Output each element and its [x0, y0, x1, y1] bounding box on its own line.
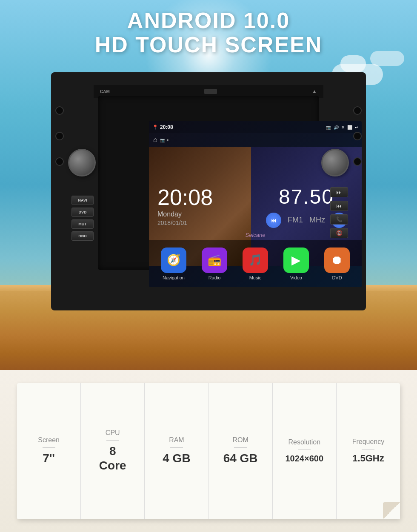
spec-screen-divider — [43, 447, 55, 448]
eject-icon: ▲ — [312, 88, 317, 94]
navigation-label: Navigation — [163, 275, 185, 280]
apps-bar: 🧭 Navigation 📻 Radio 🎵 Music — [149, 240, 362, 287]
spec-cpu-divider — [106, 440, 119, 441]
spec-frequency: Frequency 1.5GHz — [337, 383, 400, 519]
radio-prev-button[interactable]: ⏮ — [266, 213, 281, 228]
title-android: ANDROID 10.0 — [0, 9, 417, 33]
android-ui: 📍 20:08 📷 🔊 ✕ ⬜ ↩ — [149, 121, 362, 287]
knob-left[interactable] — [68, 149, 96, 176]
radio-icon: 📻 — [202, 248, 227, 273]
app-navigation[interactable]: 🧭 Navigation — [161, 248, 186, 280]
navigation-icon: 🧭 — [161, 248, 186, 273]
home-icon[interactable]: ⌂ — [153, 136, 157, 144]
radio-band-label: FM1 — [288, 216, 303, 225]
spec-rom-label: ROM — [232, 436, 248, 444]
status-bar: 📍 20:08 📷 🔊 ✕ ⬜ ↩ — [149, 121, 362, 133]
mount-hole-3 — [55, 157, 64, 166]
dvd-icon: ⏺ — [324, 248, 350, 273]
cam-label: CAM — [100, 89, 110, 94]
video-icon: ▶ — [283, 248, 309, 273]
clock-time: 20:08 — [157, 186, 243, 208]
right-buttons: ⏭ ⏮ 📞 📵 — [330, 187, 348, 238]
call-end-button[interactable]: 📵 — [330, 228, 348, 238]
spec-ram: RAM 4 GB — [145, 383, 208, 519]
mount-hole-4 — [353, 106, 362, 115]
spec-rom-value: 64 GB — [223, 451, 258, 466]
skip-forward-button[interactable]: ⏭ — [330, 187, 348, 197]
video-label: Video — [290, 275, 302, 280]
radio-frequency: 87.50 — [279, 185, 334, 208]
bnd-button[interactable]: BND — [71, 231, 94, 241]
close-status-icon: ✕ — [341, 125, 345, 130]
bottom-section: Screen 7'' CPU 8Core RAM 4 GB ROM 64 GB … — [0, 370, 417, 532]
home-bar: ⌂ 📷 ✦ — [149, 133, 362, 147]
spec-cpu: CPU 8Core — [81, 383, 145, 519]
spec-ram-divider — [170, 447, 183, 448]
right-mount-holes — [353, 106, 362, 166]
left-mount-holes — [55, 106, 64, 166]
title-hd: HD TOUCH SCREEN — [0, 33, 417, 57]
spec-resolution-value: 1024×600 — [286, 453, 324, 464]
spec-frequency-label: Frequency — [352, 438, 385, 446]
spec-screen: Screen 7'' — [17, 383, 81, 519]
spec-cpu-value: 8Core — [99, 444, 126, 472]
spec-frequency-divider — [362, 449, 374, 449]
spec-frequency-value: 1.5GHz — [352, 453, 384, 464]
clock-day: Monday — [157, 211, 243, 218]
camera-status-icon: 📷 — [326, 125, 331, 130]
spec-ram-value: 4 GB — [163, 451, 190, 466]
mount-hole-1 — [55, 106, 64, 115]
spec-ram-label: RAM — [169, 436, 184, 444]
spec-rom: ROM 64 GB — [209, 383, 273, 519]
app-radio[interactable]: 📻 Radio — [202, 248, 227, 280]
window-icon: ⬜ — [347, 125, 352, 130]
seicane-watermark: Seicane — [246, 232, 266, 238]
spec-cpu-label: CPU — [106, 429, 120, 437]
spec-screen-label: Screen — [38, 436, 60, 444]
dvd-button[interactable]: DVD — [71, 208, 94, 217]
location-icon: 📍 — [152, 125, 158, 130]
mut-button[interactable]: MUT — [71, 219, 94, 229]
music-icon: 🎵 — [243, 248, 268, 273]
mount-hole-6 — [353, 157, 362, 166]
volume-icon: 🔊 — [334, 125, 339, 130]
spec-resolution-label: Resolution — [288, 438, 320, 446]
status-dots: 📷 ✦ — [160, 138, 170, 142]
music-label: Music — [249, 275, 262, 280]
app-video[interactable]: ▶ Video — [283, 248, 309, 280]
stereo-unit: CAM ▲ 📍 20:08 — [51, 72, 366, 310]
top-section: ANDROID 10.0 HD TOUCH SCREEN CAM ▲ — [0, 0, 417, 370]
status-left: 📍 20:08 — [152, 124, 173, 130]
app-music[interactable]: 🎵 Music — [243, 248, 268, 280]
top-bar-btn-1 — [204, 89, 217, 94]
knob-right[interactable] — [321, 149, 349, 176]
mount-hole-5 — [353, 132, 362, 140]
call-button[interactable]: 📞 — [330, 214, 348, 225]
screen-bezel: 📍 20:08 📷 🔊 ✕ ⬜ ↩ — [98, 96, 319, 270]
spec-rom-divider — [234, 447, 247, 448]
stereo-body: CAM ▲ 📍 20:08 — [51, 72, 366, 310]
mount-hole-2 — [55, 132, 64, 140]
spec-resolution: Resolution 1024×600 — [273, 383, 337, 519]
radio-unit-label: MHz — [309, 216, 325, 225]
skip-back-button[interactable]: ⏮ — [330, 201, 348, 211]
screen-area[interactable]: 📍 20:08 📷 🔊 ✕ ⬜ ↩ — [149, 121, 362, 287]
spec-resolution-divider — [298, 449, 311, 450]
dvd-label: DVD — [332, 275, 342, 280]
clock-date: 2018/01/01 — [157, 219, 243, 226]
time-display: 20:08 — [160, 124, 173, 130]
spec-screen-value: 7'' — [43, 451, 55, 466]
left-buttons: NAVI DVD MUT BND — [71, 196, 94, 241]
radio-label: Radio — [208, 275, 221, 280]
title-area: ANDROID 10.0 HD TOUCH SCREEN — [0, 9, 417, 57]
specs-card: Screen 7'' CPU 8Core RAM 4 GB ROM 64 GB … — [17, 383, 400, 519]
navi-button[interactable]: NAVI — [71, 196, 94, 205]
app-dvd[interactable]: ⏺ DVD — [324, 248, 350, 280]
